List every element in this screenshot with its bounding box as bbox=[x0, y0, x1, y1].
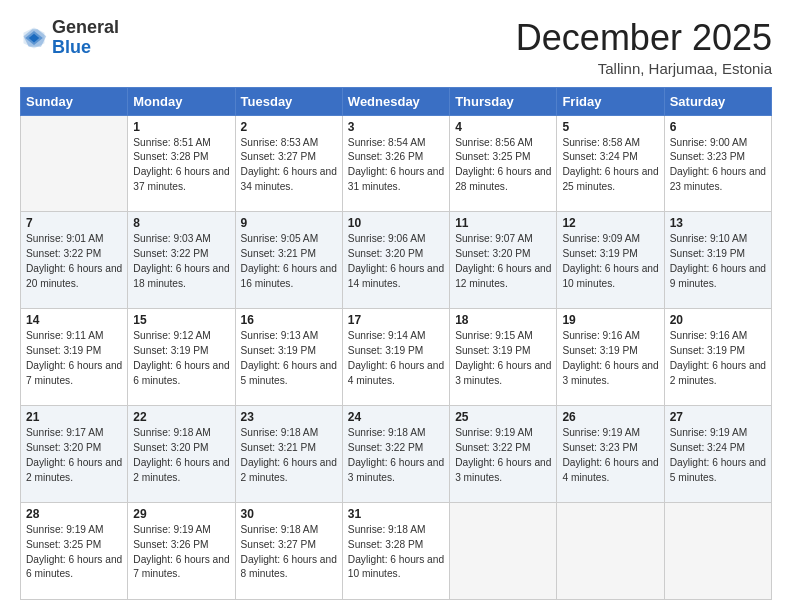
col-wednesday: Wednesday bbox=[342, 87, 449, 115]
day-number: 20 bbox=[670, 313, 766, 327]
table-row: 18Sunrise: 9:15 AMSunset: 3:19 PMDayligh… bbox=[450, 309, 557, 406]
table-row: 22Sunrise: 9:18 AMSunset: 3:20 PMDayligh… bbox=[128, 406, 235, 503]
table-row: 14Sunrise: 9:11 AMSunset: 3:19 PMDayligh… bbox=[21, 309, 128, 406]
day-number: 16 bbox=[241, 313, 337, 327]
day-number: 29 bbox=[133, 507, 229, 521]
table-row: 19Sunrise: 9:16 AMSunset: 3:19 PMDayligh… bbox=[557, 309, 664, 406]
day-info: Sunrise: 9:15 AMSunset: 3:19 PMDaylight:… bbox=[455, 329, 551, 388]
day-info: Sunrise: 9:18 AMSunset: 3:21 PMDaylight:… bbox=[241, 426, 337, 485]
day-info: Sunrise: 8:53 AMSunset: 3:27 PMDaylight:… bbox=[241, 136, 337, 195]
day-number: 19 bbox=[562, 313, 658, 327]
logo: General Blue bbox=[20, 18, 119, 58]
location-subtitle: Tallinn, Harjumaa, Estonia bbox=[516, 60, 772, 77]
logo-name: General Blue bbox=[52, 18, 119, 58]
col-thursday: Thursday bbox=[450, 87, 557, 115]
calendar-week-row: 21Sunrise: 9:17 AMSunset: 3:20 PMDayligh… bbox=[21, 406, 772, 503]
calendar-table: Sunday Monday Tuesday Wednesday Thursday… bbox=[20, 87, 772, 600]
day-info: Sunrise: 9:18 AMSunset: 3:22 PMDaylight:… bbox=[348, 426, 444, 485]
table-row: 21Sunrise: 9:17 AMSunset: 3:20 PMDayligh… bbox=[21, 406, 128, 503]
day-number: 18 bbox=[455, 313, 551, 327]
day-info: Sunrise: 8:58 AMSunset: 3:24 PMDaylight:… bbox=[562, 136, 658, 195]
table-row: 16Sunrise: 9:13 AMSunset: 3:19 PMDayligh… bbox=[235, 309, 342, 406]
calendar-week-row: 28Sunrise: 9:19 AMSunset: 3:25 PMDayligh… bbox=[21, 503, 772, 600]
table-row: 15Sunrise: 9:12 AMSunset: 3:19 PMDayligh… bbox=[128, 309, 235, 406]
day-info: Sunrise: 9:19 AMSunset: 3:22 PMDaylight:… bbox=[455, 426, 551, 485]
day-info: Sunrise: 9:19 AMSunset: 3:25 PMDaylight:… bbox=[26, 523, 122, 582]
day-info: Sunrise: 9:01 AMSunset: 3:22 PMDaylight:… bbox=[26, 232, 122, 291]
day-number: 30 bbox=[241, 507, 337, 521]
day-number: 2 bbox=[241, 120, 337, 134]
day-info: Sunrise: 9:03 AMSunset: 3:22 PMDaylight:… bbox=[133, 232, 229, 291]
day-info: Sunrise: 9:09 AMSunset: 3:19 PMDaylight:… bbox=[562, 232, 658, 291]
table-row: 17Sunrise: 9:14 AMSunset: 3:19 PMDayligh… bbox=[342, 309, 449, 406]
table-row: 23Sunrise: 9:18 AMSunset: 3:21 PMDayligh… bbox=[235, 406, 342, 503]
day-info: Sunrise: 9:11 AMSunset: 3:19 PMDaylight:… bbox=[26, 329, 122, 388]
day-number: 11 bbox=[455, 216, 551, 230]
day-info: Sunrise: 9:06 AMSunset: 3:20 PMDaylight:… bbox=[348, 232, 444, 291]
day-info: Sunrise: 8:51 AMSunset: 3:28 PMDaylight:… bbox=[133, 136, 229, 195]
table-row: 25Sunrise: 9:19 AMSunset: 3:22 PMDayligh… bbox=[450, 406, 557, 503]
table-row: 12Sunrise: 9:09 AMSunset: 3:19 PMDayligh… bbox=[557, 212, 664, 309]
day-info: Sunrise: 9:19 AMSunset: 3:26 PMDaylight:… bbox=[133, 523, 229, 582]
month-title: December 2025 bbox=[516, 18, 772, 58]
day-number: 10 bbox=[348, 216, 444, 230]
table-row: 31Sunrise: 9:18 AMSunset: 3:28 PMDayligh… bbox=[342, 503, 449, 600]
day-number: 31 bbox=[348, 507, 444, 521]
day-number: 21 bbox=[26, 410, 122, 424]
header: General Blue December 2025 Tallinn, Harj… bbox=[20, 18, 772, 77]
day-info: Sunrise: 9:14 AMSunset: 3:19 PMDaylight:… bbox=[348, 329, 444, 388]
table-row: 10Sunrise: 9:06 AMSunset: 3:20 PMDayligh… bbox=[342, 212, 449, 309]
col-tuesday: Tuesday bbox=[235, 87, 342, 115]
col-friday: Friday bbox=[557, 87, 664, 115]
day-number: 5 bbox=[562, 120, 658, 134]
day-number: 25 bbox=[455, 410, 551, 424]
table-row bbox=[664, 503, 771, 600]
table-row: 7Sunrise: 9:01 AMSunset: 3:22 PMDaylight… bbox=[21, 212, 128, 309]
day-info: Sunrise: 9:18 AMSunset: 3:27 PMDaylight:… bbox=[241, 523, 337, 582]
table-row: 4Sunrise: 8:56 AMSunset: 3:25 PMDaylight… bbox=[450, 115, 557, 212]
day-number: 22 bbox=[133, 410, 229, 424]
day-number: 23 bbox=[241, 410, 337, 424]
day-number: 14 bbox=[26, 313, 122, 327]
day-number: 1 bbox=[133, 120, 229, 134]
day-info: Sunrise: 9:10 AMSunset: 3:19 PMDaylight:… bbox=[670, 232, 766, 291]
day-info: Sunrise: 9:19 AMSunset: 3:24 PMDaylight:… bbox=[670, 426, 766, 485]
logo-icon bbox=[20, 24, 48, 52]
day-number: 3 bbox=[348, 120, 444, 134]
day-number: 7 bbox=[26, 216, 122, 230]
day-info: Sunrise: 9:07 AMSunset: 3:20 PMDaylight:… bbox=[455, 232, 551, 291]
table-row: 26Sunrise: 9:19 AMSunset: 3:23 PMDayligh… bbox=[557, 406, 664, 503]
day-info: Sunrise: 9:16 AMSunset: 3:19 PMDaylight:… bbox=[670, 329, 766, 388]
day-number: 26 bbox=[562, 410, 658, 424]
table-row: 29Sunrise: 9:19 AMSunset: 3:26 PMDayligh… bbox=[128, 503, 235, 600]
day-number: 9 bbox=[241, 216, 337, 230]
day-info: Sunrise: 8:56 AMSunset: 3:25 PMDaylight:… bbox=[455, 136, 551, 195]
calendar-week-row: 1Sunrise: 8:51 AMSunset: 3:28 PMDaylight… bbox=[21, 115, 772, 212]
day-info: Sunrise: 9:19 AMSunset: 3:23 PMDaylight:… bbox=[562, 426, 658, 485]
day-number: 27 bbox=[670, 410, 766, 424]
calendar-header-row: Sunday Monday Tuesday Wednesday Thursday… bbox=[21, 87, 772, 115]
table-row: 11Sunrise: 9:07 AMSunset: 3:20 PMDayligh… bbox=[450, 212, 557, 309]
day-info: Sunrise: 9:12 AMSunset: 3:19 PMDaylight:… bbox=[133, 329, 229, 388]
col-saturday: Saturday bbox=[664, 87, 771, 115]
table-row: 28Sunrise: 9:19 AMSunset: 3:25 PMDayligh… bbox=[21, 503, 128, 600]
day-info: Sunrise: 9:13 AMSunset: 3:19 PMDaylight:… bbox=[241, 329, 337, 388]
col-monday: Monday bbox=[128, 87, 235, 115]
day-info: Sunrise: 9:18 AMSunset: 3:20 PMDaylight:… bbox=[133, 426, 229, 485]
table-row: 8Sunrise: 9:03 AMSunset: 3:22 PMDaylight… bbox=[128, 212, 235, 309]
table-row bbox=[557, 503, 664, 600]
table-row: 1Sunrise: 8:51 AMSunset: 3:28 PMDaylight… bbox=[128, 115, 235, 212]
day-number: 6 bbox=[670, 120, 766, 134]
table-row bbox=[21, 115, 128, 212]
table-row: 24Sunrise: 9:18 AMSunset: 3:22 PMDayligh… bbox=[342, 406, 449, 503]
day-number: 15 bbox=[133, 313, 229, 327]
table-row: 5Sunrise: 8:58 AMSunset: 3:24 PMDaylight… bbox=[557, 115, 664, 212]
table-row: 9Sunrise: 9:05 AMSunset: 3:21 PMDaylight… bbox=[235, 212, 342, 309]
day-number: 4 bbox=[455, 120, 551, 134]
logo-text-block: General Blue bbox=[52, 18, 119, 58]
logo-general: General bbox=[52, 17, 119, 37]
day-info: Sunrise: 9:16 AMSunset: 3:19 PMDaylight:… bbox=[562, 329, 658, 388]
day-number: 12 bbox=[562, 216, 658, 230]
calendar-week-row: 14Sunrise: 9:11 AMSunset: 3:19 PMDayligh… bbox=[21, 309, 772, 406]
day-info: Sunrise: 9:05 AMSunset: 3:21 PMDaylight:… bbox=[241, 232, 337, 291]
